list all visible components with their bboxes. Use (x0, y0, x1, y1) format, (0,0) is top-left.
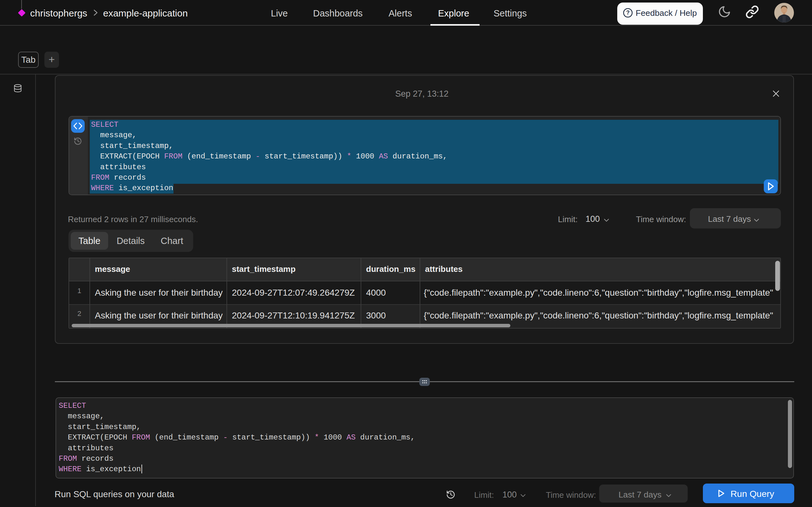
svg-text:?: ? (626, 9, 629, 16)
